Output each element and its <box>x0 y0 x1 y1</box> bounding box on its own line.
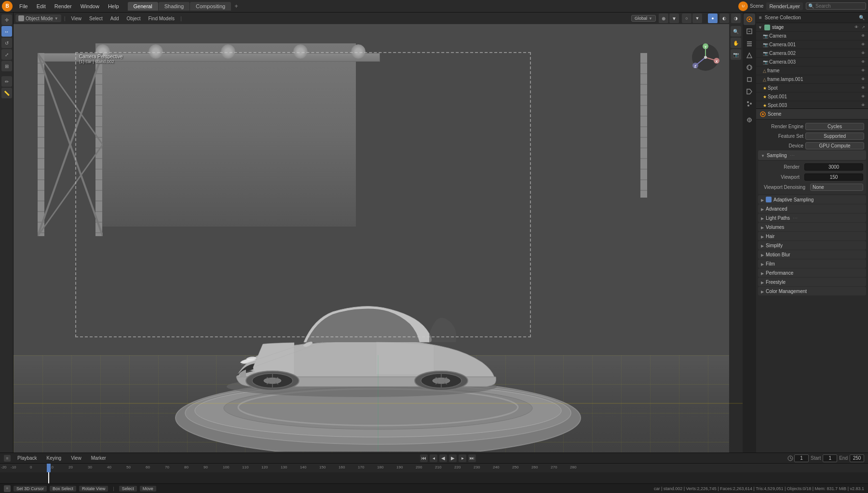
set-cursor-btn[interactable]: Set 3D Cursor <box>14 486 47 492</box>
adaptive-sampling-header[interactable]: Adaptive Sampling <box>758 195 866 204</box>
tool-annotate[interactable]: ✏ <box>1 76 12 87</box>
tool-measure[interactable]: 📏 <box>1 88 12 98</box>
viewport-denoising-dropdown[interactable]: None <box>810 184 863 191</box>
prop-tab-object[interactable] <box>744 74 755 85</box>
select-btn[interactable]: Select <box>119 486 137 492</box>
adaptive-sampling-checkbox[interactable] <box>766 197 772 202</box>
tool-move[interactable]: ↔ <box>1 26 12 37</box>
add-workspace-button[interactable]: + <box>231 1 241 11</box>
play-reverse[interactable]: ◀ <box>439 454 447 462</box>
light-paths-header[interactable]: Light Paths ⋯ <box>758 213 866 222</box>
jump-to-start[interactable]: ⏮ <box>420 454 428 462</box>
film-header[interactable]: Film <box>758 259 866 268</box>
global-search[interactable] <box>815 3 864 9</box>
rotate-view-btn[interactable]: Rotate View <box>79 486 108 492</box>
box-select-btn[interactable]: Box Select <box>50 486 76 492</box>
viewport-zoom-btn[interactable]: 🔍 <box>731 26 741 37</box>
camera002-visibility[interactable]: 👁 <box>860 51 866 56</box>
outliner-item-framelamps[interactable]: △ frame.lamps.001 👁 <box>756 75 868 84</box>
add-menu[interactable]: Add <box>108 15 122 22</box>
outliner-item-camera002[interactable]: 📷 Camera.002 👁 <box>756 49 868 58</box>
prop-tab-particles[interactable] <box>744 98 755 109</box>
timeline-menu-icon[interactable]: ≡ <box>4 455 11 462</box>
end-frame-input[interactable] <box>850 454 864 462</box>
camera001-visibility[interactable]: 👁 <box>860 42 866 48</box>
playback-menu[interactable]: Playback <box>14 454 40 462</box>
menu-window[interactable]: Window <box>77 2 103 10</box>
prop-tab-output[interactable] <box>744 26 755 37</box>
timeline-track[interactable]: -20 -10 0 10 20 30 40 50 60 70 80 90 100… <box>0 464 868 483</box>
proportional-edit[interactable]: ○ <box>682 13 692 23</box>
freestyle-header[interactable]: Freestyle <box>758 278 866 286</box>
camera003-visibility[interactable]: 👁 <box>860 59 866 65</box>
menu-file[interactable]: File <box>15 2 32 10</box>
simplify-header[interactable]: Simplify <box>758 241 866 250</box>
object-menu[interactable]: Object <box>124 15 144 22</box>
volumes-header[interactable]: Volumes <box>758 223 866 231</box>
viewport-shading-solid[interactable]: ● <box>708 13 718 23</box>
status-menu[interactable]: ≡ <box>4 485 11 492</box>
jump-to-end[interactable]: ⏭ <box>468 454 476 462</box>
feature-set-dropdown[interactable]: Supported <box>805 133 864 140</box>
viewport-shading-rendered[interactable]: ◑ <box>731 13 741 23</box>
render-samples-value[interactable]: 3000 <box>804 163 863 171</box>
prop-tab-view-layer[interactable] <box>744 38 755 49</box>
viewport-area[interactable]: Object Mode ▼ | View Select Add Object F… <box>14 13 743 480</box>
outliner-filter[interactable]: 🔍 <box>858 14 865 21</box>
stage-visibility[interactable]: 👁 <box>854 25 859 30</box>
viewport-samples-value[interactable]: 150 <box>804 173 863 181</box>
mode-selector[interactable]: Object Mode ▼ <box>15 14 61 22</box>
tab-shading[interactable]: Shading <box>159 2 190 11</box>
prop-tab-world[interactable] <box>744 62 755 73</box>
prop-tab-physics[interactable] <box>744 114 755 126</box>
menu-edit[interactable]: Edit <box>33 2 50 10</box>
tab-compositing[interactable]: Compositing <box>190 2 231 11</box>
advanced-header[interactable]: Advanced <box>758 204 866 213</box>
snap-options[interactable]: ▼ <box>669 13 679 23</box>
outliner-item-spot[interactable]: ★ Spot 👁 <box>756 84 868 93</box>
start-frame-input[interactable] <box>823 454 837 462</box>
render-layer-selector[interactable]: RenderLayer <box>766 2 803 10</box>
viewport-camera-btn[interactable]: 📷 <box>731 49 741 60</box>
prop-tab-modifier[interactable] <box>744 86 755 97</box>
snap-toggle[interactable]: ⊕ <box>659 13 668 23</box>
stage-select[interactable]: ↗ <box>860 25 866 30</box>
current-frame-input[interactable] <box>794 454 809 462</box>
motion-blur-header[interactable]: Motion Blur <box>758 250 866 259</box>
viewport-canvas[interactable]: Camera Perspective (1) car | stand.002 Y… <box>14 24 743 480</box>
global-orientation-selector[interactable]: Global ▼ <box>631 15 656 22</box>
sampling-options[interactable]: ⋯ <box>789 152 796 159</box>
hair-header[interactable]: Hair <box>758 232 866 240</box>
viewport-pan-btn[interactable]: ✋ <box>731 38 741 48</box>
camera-visibility[interactable]: 👁 <box>860 33 866 39</box>
tool-scale[interactable]: ⤢ <box>1 49 12 60</box>
view-menu[interactable]: View <box>68 15 84 22</box>
view-menu-tl[interactable]: View <box>68 454 84 462</box>
select-menu[interactable]: Select <box>86 15 106 22</box>
menu-render[interactable]: Render <box>51 2 76 10</box>
keying-menu[interactable]: Keying <box>44 454 65 462</box>
frame-visibility[interactable]: 👁 <box>860 68 866 74</box>
light-paths-options[interactable]: ⋯ <box>792 214 799 221</box>
outliner-item-frame[interactable]: △ frame 👁 <box>756 67 868 75</box>
tool-cursor[interactable]: ✛ <box>1 14 12 25</box>
spot001-visibility[interactable]: 👁 <box>860 94 866 100</box>
color-management-header[interactable]: Color Management <box>758 287 866 295</box>
viewport-shading-material[interactable]: ◐ <box>719 13 729 23</box>
play-button[interactable]: ▶ <box>449 454 457 462</box>
sampling-header[interactable]: Sampling ⋯ <box>758 150 866 160</box>
outliner-item-spot001[interactable]: ★ Spot.001 👁 <box>756 93 868 101</box>
spot003-visibility[interactable]: 👁 <box>860 103 866 108</box>
menu-help[interactable]: Help <box>104 2 123 10</box>
find-models[interactable]: Find Models <box>145 15 177 22</box>
device-dropdown[interactable]: GPU Compute <box>805 142 864 149</box>
prop-tab-scene[interactable] <box>744 50 755 61</box>
tab-general[interactable]: General <box>128 2 158 11</box>
spot-visibility[interactable]: 👁 <box>860 85 866 91</box>
prop-tab-render[interactable] <box>744 13 755 25</box>
3d-scene[interactable]: Camera Perspective (1) car | stand.002 Y… <box>14 24 743 480</box>
outliner-item-stage[interactable]: ▼ stage 👁 ↗ <box>756 23 868 32</box>
outliner-item-camera001[interactable]: 📷 Camera.001 👁 <box>756 40 868 49</box>
step-forward[interactable]: ▸ <box>459 454 466 462</box>
framelamps-visibility[interactable]: 👁 <box>860 77 866 82</box>
